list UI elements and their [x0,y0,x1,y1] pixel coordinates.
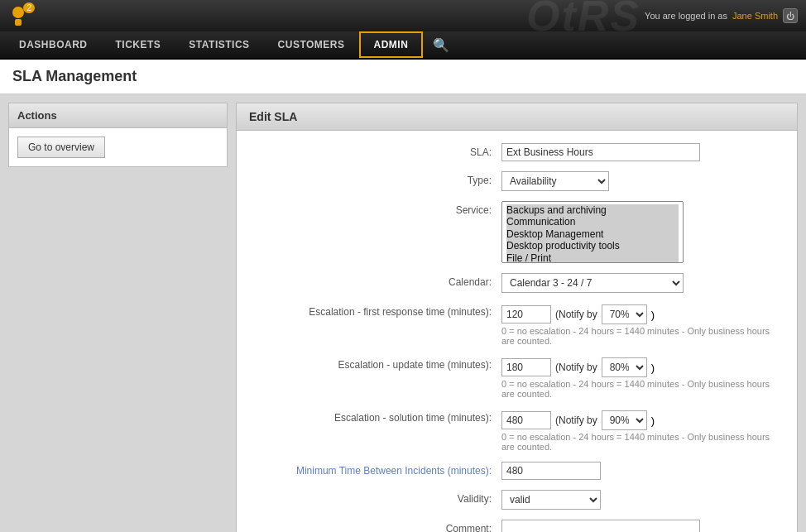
search-icon[interactable]: 🔍 [426,31,456,58]
nav-item-customers[interactable]: CUSTOMERS [264,31,359,58]
calendar-select[interactable]: Calendar 3 - 24 / 7 Calendar 1 Calendar … [501,273,684,293]
service-control: Backups and archiving Communication Desk… [501,201,780,263]
sidebar-actions-section: Actions Go to overview [8,103,228,167]
min-time-input[interactable] [501,462,601,480]
user-info: You are logged in as Jane Smith ⏻ [645,8,798,23]
user-info-text: You are logged in as [645,11,727,21]
content-area: Edit SLA SLA: Type: Availability Perform… [236,103,798,532]
first-response-input[interactable] [501,305,551,324]
type-label: Type: [253,171,501,186]
min-time-row: Minimum Time Between Incidents (minutes)… [253,462,780,480]
page-title: SLA Management [12,68,794,85]
type-control: Availability Performance Reliability [501,171,780,191]
solution-time-close-paren: ) [651,415,655,427]
update-time-input[interactable] [501,358,551,376]
comment-label: Comment: [253,520,501,532]
solution-time-row: Escalation - solution time (minutes): (N… [253,409,780,452]
nav-item-tickets[interactable]: TICKETS [102,31,175,58]
first-response-label: Escalation - first response time (minute… [253,303,501,318]
otrs-watermark: OtRS [526,0,640,31]
sla-control [501,143,780,161]
go-to-overview-button[interactable]: Go to overview [17,137,105,158]
first-response-inputs: (Notify by 70% 80% 90% 100% ) [501,304,780,324]
sla-label: SLA: [253,143,501,158]
comment-row: Comment: [253,520,780,532]
min-time-control [501,462,780,480]
service-label: Service: [253,201,501,216]
type-select[interactable]: Availability Performance Reliability [501,171,609,191]
update-time-notify-select[interactable]: 70% 80% 90% 100% [602,357,647,377]
header: 2 OtRS You are logged in as Jane Smith ⏻ [0,0,806,31]
first-response-close-paren: ) [651,309,655,321]
solution-time-control: (Notify by 70% 80% 90% 100% ) 0 = no esc… [501,409,780,452]
first-response-hint: 0 = no escalation - 24 hours = 1440 minu… [501,326,780,346]
sidebar-section-body: Go to overview [9,128,227,166]
nav-item-dashboard[interactable]: DASHBOARD [5,31,102,58]
update-time-close-paren: ) [651,362,655,374]
service-row: Service: Backups and archiving Communica… [253,201,780,263]
min-time-label: Minimum Time Between Incidents (minutes)… [253,462,501,477]
logo-area: 2 [8,4,31,27]
first-response-notify-label: (Notify by [555,309,597,320]
navigation: DASHBOARD TICKETS STATISTICS CUSTOMERS A… [0,31,806,60]
service-listbox[interactable]: Backups and archiving Communication Desk… [501,201,684,263]
update-time-label: Escalation - update time (minutes): [253,356,501,371]
calendar-row: Calendar: Calendar 3 - 24 / 7 Calendar 1… [253,273,780,293]
first-response-notify-select[interactable]: 70% 80% 90% 100% [602,304,647,324]
solution-time-label: Escalation - solution time (minutes): [253,409,501,424]
svg-point-0 [12,7,24,18]
update-time-control: (Notify by 70% 80% 90% 100% ) 0 = no esc… [501,356,780,399]
content-section-title: Edit SLA [237,103,797,131]
calendar-control: Calendar 3 - 24 / 7 Calendar 1 Calendar … [501,273,780,293]
svg-rect-1 [15,19,22,26]
comment-input[interactable] [501,520,700,532]
username: Jane Smith [732,11,778,21]
validity-label: Validity: [253,490,501,505]
main-layout: Actions Go to overview Edit SLA SLA: Typ… [0,94,806,532]
update-time-row: Escalation - update time (minutes): (Not… [253,356,780,399]
sidebar: Actions Go to overview [8,103,228,532]
solution-time-hint: 0 = no escalation - 24 hours = 1440 minu… [501,432,780,452]
sidebar-section-title: Actions [9,103,227,128]
notification-badge[interactable]: 2 [23,2,35,13]
logo-icon: 2 [8,4,31,27]
update-time-hint: 0 = no escalation - 24 hours = 1440 minu… [501,379,780,399]
nav-item-statistics[interactable]: STATISTICS [175,31,263,58]
solution-time-notify-label: (Notify by [555,415,597,426]
update-time-inputs: (Notify by 70% 80% 90% 100% ) [501,357,780,377]
solution-time-inputs: (Notify by 70% 80% 90% 100% ) [501,410,780,430]
sla-input[interactable] [501,143,700,161]
calendar-label: Calendar: [253,273,501,288]
first-response-row: Escalation - first response time (minute… [253,303,780,346]
update-time-notify-label: (Notify by [555,362,597,373]
edit-sla-form: SLA: Type: Availability Performance Reli… [237,131,797,532]
sla-row: SLA: [253,143,780,161]
validity-select[interactable]: valid invalid [501,490,601,510]
comment-control [501,520,780,532]
page-title-bar: SLA Management [0,60,806,94]
validity-control: valid invalid [501,490,780,510]
solution-time-input[interactable] [501,411,551,429]
first-response-control: (Notify by 70% 80% 90% 100% ) 0 = no esc… [501,303,780,346]
logout-button[interactable]: ⏻ [783,8,798,23]
type-row: Type: Availability Performance Reliabili… [253,171,780,191]
nav-item-admin[interactable]: ADMIN [359,31,424,58]
solution-time-notify-select[interactable]: 70% 80% 90% 100% [602,410,647,430]
validity-row: Validity: valid invalid [253,490,780,510]
